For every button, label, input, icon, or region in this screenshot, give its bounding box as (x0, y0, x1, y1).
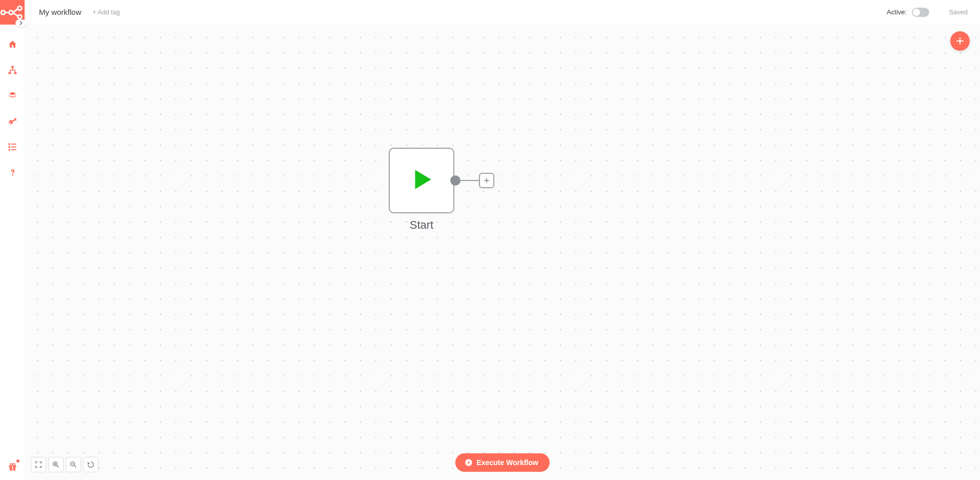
zoom-out-icon (69, 461, 77, 469)
save-status: Saved (949, 8, 968, 16)
credentials-icon (8, 116, 17, 126)
app-logo[interactable] (0, 0, 25, 25)
svg-point-23 (13, 463, 15, 465)
zoom-out-button[interactable] (66, 457, 81, 472)
chevron-right-icon (19, 21, 23, 25)
connection-line (461, 180, 481, 181)
reset-zoom-icon (87, 461, 95, 469)
workflows-icon (8, 65, 17, 75)
svg-point-2 (9, 10, 13, 14)
zoom-controls (31, 457, 98, 472)
svg-line-33 (74, 466, 76, 467)
svg-point-6 (18, 15, 22, 19)
add-connected-node-button[interactable] (479, 173, 494, 188)
svg-point-16 (9, 146, 10, 147)
start-node-output-port[interactable] (450, 175, 461, 186)
notification-dot-icon (16, 459, 19, 463)
sidebar-expand-button[interactable] (15, 19, 27, 27)
templates-icon (8, 91, 17, 101)
plus-icon (955, 36, 965, 46)
zoom-in-button[interactable] (48, 457, 64, 472)
zoom-in-icon (52, 461, 60, 469)
sidebar-item-help[interactable] (6, 166, 18, 178)
svg-rect-9 (14, 72, 16, 74)
svg-rect-21 (12, 466, 13, 471)
execute-workflow-button[interactable]: Execute Workflow (455, 453, 549, 472)
sidebar-item-credentials[interactable] (6, 115, 18, 127)
play-circle-icon (464, 458, 472, 467)
play-icon (409, 167, 434, 194)
execute-workflow-label: Execute Workflow (476, 458, 538, 467)
sidebar-item-templates[interactable] (6, 89, 18, 102)
svg-line-29 (57, 466, 58, 467)
active-label: Active: (887, 8, 907, 16)
svg-point-18 (12, 174, 13, 175)
fit-view-icon (34, 461, 43, 469)
svg-line-3 (13, 9, 18, 12)
executions-icon (8, 142, 17, 152)
gift-icon (8, 462, 17, 472)
sidebar-item-home[interactable] (6, 38, 18, 50)
svg-rect-8 (8, 72, 11, 74)
help-icon (8, 168, 17, 177)
active-toggle[interactable] (912, 8, 929, 17)
start-node-label: Start (370, 218, 473, 232)
sidebar (0, 0, 25, 480)
svg-point-17 (9, 149, 10, 150)
plus-icon (483, 177, 490, 184)
reset-zoom-button[interactable] (83, 457, 98, 472)
fit-view-button[interactable] (31, 457, 46, 472)
workflow-canvas[interactable]: Start (25, 25, 980, 480)
svg-point-5 (18, 6, 22, 10)
sidebar-items (0, 38, 25, 178)
topbar: My workflow + Add tag Active: Saved (25, 0, 980, 25)
svg-point-15 (9, 144, 10, 145)
svg-line-4 (13, 12, 18, 16)
svg-point-0 (1, 10, 5, 14)
sidebar-item-updates[interactable] (6, 461, 18, 473)
start-node[interactable] (389, 148, 454, 213)
svg-rect-7 (11, 66, 14, 68)
topbar-right: Active: Saved (887, 8, 968, 17)
n8n-logo-icon (0, 5, 25, 20)
sidebar-item-workflows[interactable] (6, 64, 18, 76)
svg-point-22 (10, 463, 12, 465)
workflow-title[interactable]: My workflow (39, 8, 82, 16)
sidebar-item-executions[interactable] (6, 141, 18, 153)
add-node-button[interactable] (950, 31, 970, 51)
home-icon (8, 39, 17, 49)
svg-point-11 (10, 122, 11, 123)
add-tag-button[interactable]: + Add tag (93, 9, 120, 16)
